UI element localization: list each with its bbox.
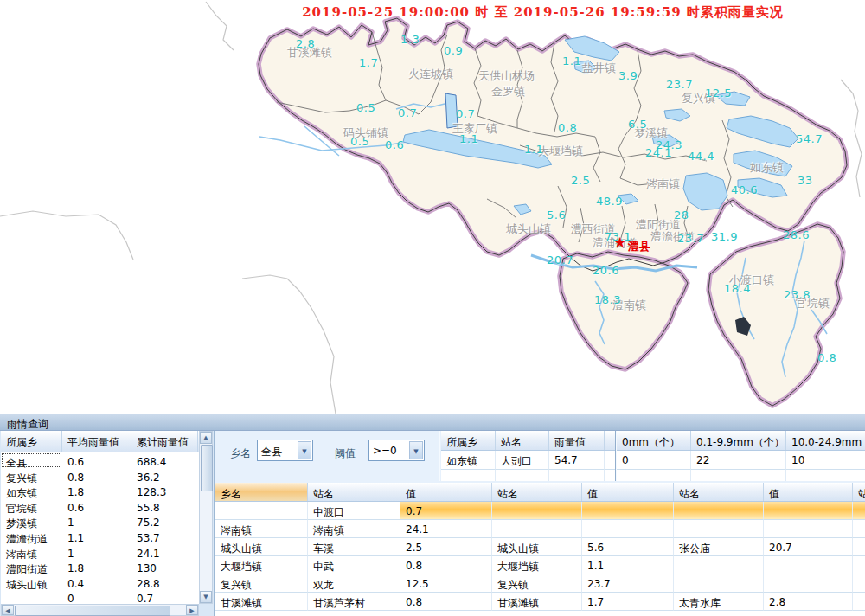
table-cell: 10 [786, 451, 865, 470]
table-row[interactable]: 大堰垱镇中武0.8大堰垱镇1.1 [215, 556, 865, 574]
county-star-icon: ★ [613, 235, 626, 250]
map-rain-value: 3.9 [618, 70, 638, 81]
scroll-up-icon[interactable]: ▲ [200, 432, 212, 444]
table-cell: 0.6 [62, 498, 131, 514]
table-cell: 0.7 [400, 502, 492, 520]
table-cell: 全县 [1, 452, 62, 468]
table-cell: 澧澹街道 [1, 529, 62, 544]
table-row[interactable]: 涔南镇124.1 [1, 544, 199, 560]
station-rain-table: 所属乡站名雨量值如东镇大剅口54.7 [441, 431, 616, 481]
table-row[interactable]: 中渡口0.7 [215, 502, 865, 520]
table-row[interactable]: 复兴镇双龙12.5复兴镇23.7 [215, 574, 865, 593]
table-row[interactable]: 梦溪镇175.2 [1, 513, 199, 529]
table-row[interactable]: 02210 [617, 451, 865, 470]
table-row[interactable]: 澧澹街道1.153.7 [1, 529, 199, 544]
table-cell: 大堰垱镇 [492, 556, 582, 574]
table-cell: 太青水库 [674, 593, 764, 611]
town-select[interactable]: 全县 ▼ [257, 440, 313, 461]
table-cell: 城头山镇 [1, 574, 62, 590]
table-row[interactable]: 城头山镇0.428.8 [1, 574, 199, 590]
divider [439, 431, 440, 481]
scroll-left-icon[interactable]: ◀ [2, 605, 14, 615]
table-cell [786, 470, 865, 481]
column-header[interactable]: 站名 [492, 483, 582, 501]
column-header[interactable]: 所属乡 [441, 431, 496, 450]
table-cell [674, 520, 764, 538]
column-header[interactable]: 值 [582, 483, 674, 501]
map-rain-value: 0.5 [356, 102, 375, 113]
map-town-label: 城头山镇 [506, 223, 551, 234]
table-cell: 688.4 [131, 452, 198, 468]
column-header[interactable]: 10.0-24.9mm（个） [786, 431, 865, 450]
threshold-filter-label: 阈值 [335, 446, 356, 461]
table-cell: 0.4 [62, 574, 131, 590]
table-row[interactable]: 官垸镇0.655.8 [1, 498, 199, 514]
table-cell: 23.7 [582, 574, 674, 593]
table-row[interactable]: 澧阳街道1.8130 [1, 559, 199, 574]
table-cell [853, 556, 865, 574]
table-cell [853, 520, 865, 538]
table-cell: 1.8 [62, 559, 131, 574]
table-cell [853, 574, 865, 593]
table-row[interactable]: 00.7 [1, 589, 199, 604]
table-cell: 22 [691, 451, 786, 470]
table-cell [617, 470, 691, 481]
table-row[interactable]: 城头山镇车溪2.5城头山镇5.6张公庙20.7 [215, 538, 865, 556]
chevron-down-icon[interactable]: ▼ [409, 441, 423, 459]
column-header[interactable]: 值 [400, 483, 492, 501]
table-cell [492, 520, 582, 538]
table-cell [496, 470, 549, 481]
column-header[interactable]: 站名 [308, 483, 400, 501]
table-cell [492, 502, 582, 520]
column-header[interactable]: 累计雨量值 [131, 431, 198, 452]
chevron-down-icon[interactable]: ▼ [298, 441, 311, 459]
table-cell: 涔南镇 [1, 544, 62, 560]
table-cell [674, 574, 764, 593]
summary-hscrollbar[interactable]: ◀ ▶ [1, 604, 199, 616]
table-row[interactable]: 甘溪滩镇甘溪芦茅村0.8甘溪滩镇1.7太青水库2.8 [215, 593, 865, 611]
map-rain-value: 18.3 [594, 294, 621, 305]
map-canvas[interactable]: 2019-05-25 19:00:00 时 至 2019-05-26 19:59… [0, 0, 865, 414]
column-header[interactable]: 0.1-9.9mm（个） [691, 431, 786, 450]
scroll-right-icon[interactable]: ▶ [186, 605, 198, 615]
column-header[interactable]: 站名 [853, 483, 865, 501]
table-row[interactable] [441, 470, 616, 481]
table-cell: 复兴镇 [492, 574, 582, 593]
map-rain-value: 1.7 [359, 57, 378, 68]
map-rain-value: 1.1 [562, 55, 581, 67]
column-header[interactable]: 平均雨量值 [62, 431, 131, 452]
table-row[interactable]: 如东镇1.8128.3 [1, 483, 199, 498]
table-row[interactable]: 涔南镇涔南镇24.1 [215, 520, 865, 538]
map-rain-value: 0.7 [398, 107, 417, 119]
table-cell: 2.5 [400, 538, 492, 556]
map-rain-value: 6.5 [628, 119, 647, 130]
scroll-down-icon[interactable]: ▼ [200, 591, 212, 603]
table-row[interactable]: 全县0.6688.4 [1, 452, 199, 468]
table-cell: 甘溪滩镇 [215, 593, 308, 611]
column-header[interactable]: 站名 [496, 431, 549, 450]
table-row[interactable]: 复兴镇0.836.2 [1, 468, 199, 484]
table-row[interactable]: 如东镇大剅口54.7 [441, 451, 616, 470]
summary-vscrollbar[interactable]: ▲ ▼ [199, 431, 213, 604]
table-cell: 复兴镇 [215, 574, 308, 593]
hscroll-thumb[interactable] [15, 606, 170, 616]
table-cell [764, 520, 853, 538]
column-header[interactable]: 值 [764, 483, 853, 501]
table-cell: 36.2 [131, 468, 198, 484]
vscroll-thumb[interactable] [201, 445, 213, 491]
column-header[interactable]: 雨量值 [549, 431, 605, 450]
table-cell [853, 538, 865, 556]
table-cell: 澧阳街道 [1, 559, 62, 574]
table-cell: 如东镇 [441, 451, 496, 470]
map-rain-value: 23.7 [666, 79, 693, 90]
column-header[interactable]: 所属乡 [1, 431, 62, 452]
map-rain-value: 48.9 [596, 196, 623, 207]
column-header[interactable]: 0mm（个） [617, 431, 691, 450]
column-header[interactable]: 站名 [674, 483, 764, 501]
table-cell: 1.1 [62, 529, 131, 544]
table-row[interactable] [617, 470, 865, 481]
map-rain-value: 2.8 [296, 38, 315, 49]
column-header[interactable]: 乡名 [215, 483, 308, 501]
map-rain-value: 1.1 [459, 133, 478, 144]
threshold-select[interactable]: >=0 ▼ [368, 440, 425, 461]
